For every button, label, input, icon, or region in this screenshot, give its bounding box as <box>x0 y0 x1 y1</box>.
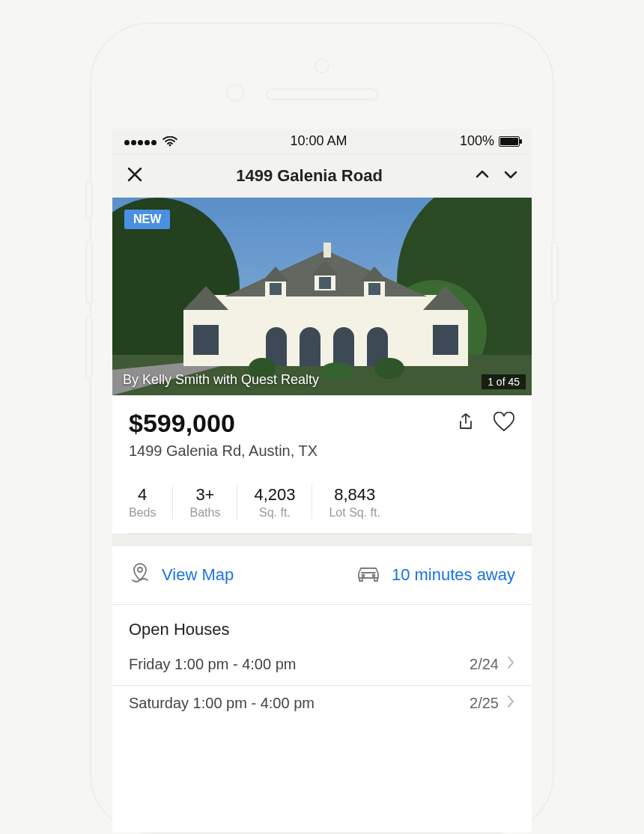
phone-side-button <box>85 316 93 379</box>
commute-link[interactable]: 10 minutes away <box>356 564 515 585</box>
svg-rect-6 <box>202 295 449 366</box>
stat-sqft: 4,203 Sq. ft. <box>237 485 312 520</box>
car-icon <box>356 564 381 585</box>
status-time: 10:00 AM <box>290 133 347 149</box>
stat-value: 4 <box>129 485 156 505</box>
listing-photo[interactable]: NEW By Kelly Smith with Quest Realty 1 o… <box>112 198 532 395</box>
stat-value: 8,843 <box>329 485 380 505</box>
phone-camera <box>226 84 244 102</box>
chevron-right-icon <box>506 656 515 673</box>
open-house-row[interactable]: Saturday 1:00 pm - 4:00 pm 2/25 <box>112 686 532 724</box>
stat-label: Beds <box>129 506 156 520</box>
stat-label: Sq. ft. <box>254 506 295 520</box>
favorite-button[interactable] <box>493 412 515 436</box>
phone-side-button <box>85 181 93 219</box>
chevron-up-icon <box>475 167 490 182</box>
svg-rect-15 <box>270 283 282 295</box>
svg-point-27 <box>138 567 142 572</box>
open-house-time: Saturday 1:00 pm - 4:00 pm <box>129 695 315 712</box>
svg-rect-21 <box>368 283 380 295</box>
photo-byline: By Kelly Smith with Quest Realty <box>123 372 319 388</box>
open-house-date: 2/25 <box>470 695 499 712</box>
svg-point-25 <box>374 358 404 379</box>
status-battery-pct: 100% <box>460 133 494 149</box>
phone-side-button <box>85 241 93 304</box>
svg-point-0 <box>169 144 171 146</box>
listing-price: $599,000 <box>129 409 235 438</box>
svg-rect-18 <box>319 277 331 289</box>
house-illustration <box>112 198 532 395</box>
stat-value: 4,203 <box>254 485 295 505</box>
photo-counter: 1 of 45 <box>482 374 526 389</box>
open-house-date: 2/24 <box>470 656 499 673</box>
heart-icon <box>493 412 515 433</box>
prev-listing-button[interactable] <box>475 167 490 185</box>
open-house-row[interactable]: Friday 1:00 pm - 4:00 pm 2/24 <box>112 647 532 686</box>
stat-value: 3+ <box>189 485 220 505</box>
phone-speaker <box>266 88 378 100</box>
map-pin-icon <box>129 562 151 588</box>
close-icon <box>126 165 144 183</box>
nav-bar: 1499 Galenia Road <box>112 154 532 198</box>
battery-icon <box>499 136 520 147</box>
commute-label: 10 minutes away <box>392 565 515 585</box>
view-map-label: View Map <box>162 565 234 585</box>
stat-label: Baths <box>189 506 220 520</box>
close-button[interactable] <box>126 165 144 186</box>
svg-rect-12 <box>323 243 331 258</box>
chevron-right-icon <box>506 695 515 712</box>
svg-rect-23 <box>433 325 458 355</box>
svg-point-28 <box>362 575 364 577</box>
open-house-time: Friday 1:00 pm - 4:00 pm <box>129 656 296 673</box>
wifi-icon <box>162 136 177 147</box>
svg-point-29 <box>372 575 374 577</box>
stat-label: Lot Sq. ft. <box>329 506 380 520</box>
stats-row: 4 Beds 3+ Baths 4,203 Sq. ft. 8,843 Lot … <box>129 485 515 534</box>
phone-frame: 10:00 AM 100% 1499 Galenia Road <box>90 22 554 834</box>
stat-lot: 8,843 Lot Sq. ft. <box>312 485 396 520</box>
chevron-down-icon <box>503 167 518 182</box>
status-bar: 10:00 AM 100% <box>112 129 532 154</box>
section-gap <box>112 534 532 546</box>
phone-side-button <box>551 241 559 304</box>
stat-baths: 3+ Baths <box>172 485 237 520</box>
svg-point-26 <box>321 362 353 380</box>
listing-address: 1499 Galenia Rd, Austin, TX <box>129 442 515 460</box>
signal-dots-icon <box>124 133 158 149</box>
links-row: View Map 10 minutes away <box>112 546 532 605</box>
stat-beds: 4 Beds <box>129 485 172 520</box>
svg-rect-22 <box>193 325 219 355</box>
open-houses-title: Open Houses <box>112 605 532 647</box>
view-map-link[interactable]: View Map <box>129 562 234 588</box>
share-icon <box>455 412 476 433</box>
listing-summary: $599,000 1499 Galenia Rd, Au <box>112 395 532 470</box>
new-badge: NEW <box>124 210 170 229</box>
next-listing-button[interactable] <box>503 167 518 185</box>
nav-title: 1499 Galenia Road <box>236 166 383 186</box>
screen: 10:00 AM 100% 1499 Galenia Road <box>112 129 532 833</box>
share-button[interactable] <box>455 412 476 436</box>
